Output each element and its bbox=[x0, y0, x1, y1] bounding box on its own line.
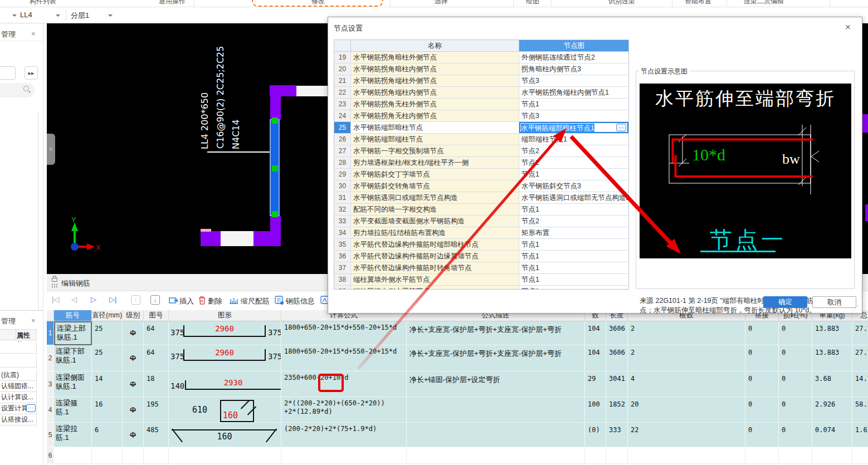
cell-count bbox=[628, 447, 745, 464]
node-value[interactable]: 节点1 bbox=[519, 99, 629, 110]
edit-ellipsis-button[interactable]: ··· bbox=[616, 124, 626, 131]
drag-handle-icon[interactable] bbox=[51, 283, 57, 288]
cell-n1: 29 bbox=[585, 371, 606, 397]
node-value[interactable]: 节点2 bbox=[519, 145, 629, 157]
beam-annotation-line2: C16@90(2) 2C25;2C25 bbox=[215, 46, 226, 149]
last-row-button[interactable]: ▷| bbox=[109, 295, 116, 304]
search-input[interactable] bbox=[0, 83, 35, 97]
rebar-shape-bracket: 3753752960 bbox=[169, 321, 281, 345]
ribbon-group-smart[interactable]: 智能布置 bbox=[685, 0, 711, 6]
node-name: 水平筋代替边缘构件箍筋时转角墙节点 bbox=[351, 262, 519, 274]
node-value[interactable]: 外侧钢筋连续通过节点2 bbox=[519, 52, 629, 63]
close-icon[interactable]: × bbox=[31, 30, 36, 38]
node-value[interactable]: 矩形布置 bbox=[519, 227, 629, 239]
column-header: 图号 bbox=[144, 310, 169, 321]
ellipsis-button[interactable]: ··· bbox=[26, 404, 36, 412]
move-up-button[interactable]: ↑ bbox=[131, 295, 140, 305]
cell-formula: 2350+600-20+10*d bbox=[281, 371, 407, 397]
collapse-sidebar-tab[interactable]: < bbox=[47, 134, 55, 165]
ribbon-group-edit2[interactable]: 连梁二次编辑 bbox=[744, 0, 784, 6]
close-icon[interactable]: × bbox=[31, 316, 36, 325]
rebar-shape-hookL: 1402930 bbox=[169, 371, 281, 397]
cell-lap: 0 bbox=[745, 345, 779, 371]
shape-label: 375 bbox=[268, 328, 281, 337]
ok-button[interactable]: 确定 bbox=[763, 296, 807, 308]
ribbon-group-1[interactable]: 构件列表 bbox=[30, 0, 56, 6]
cell-desc bbox=[407, 423, 585, 447]
node-value[interactable]: 端部端柱节点1 bbox=[519, 134, 629, 145]
ribbon-group-2[interactable]: 通用操作 bbox=[159, 0, 186, 6]
property-row[interactable] bbox=[0, 356, 37, 368]
row-number: 29 bbox=[334, 169, 351, 180]
property-row[interactable]: 认锚固搭... bbox=[0, 381, 37, 392]
scale-rebar-button[interactable]: 缩尺配筋 bbox=[241, 296, 270, 306]
node-name: 剪力墙拉筋/拉结植筋布置构造 bbox=[351, 227, 519, 239]
property-row[interactable]: 认计算设... bbox=[0, 392, 37, 403]
property-row[interactable]: 设置计算··· bbox=[0, 403, 37, 414]
node-value[interactable]: 节点3 bbox=[519, 75, 629, 87]
property-row[interactable]: (抗震) bbox=[0, 370, 37, 381]
node-edit-box[interactable]: 水平钢筋端部暗柱节点1··· bbox=[519, 122, 628, 133]
ribbon-group-identify[interactable]: 识别连梁 bbox=[608, 0, 635, 6]
cell-n1: 104 bbox=[585, 321, 606, 345]
scrollbar[interactable] bbox=[38, 112, 39, 327]
node-value[interactable]: 节点1 bbox=[519, 251, 629, 262]
node-value[interactable]: 水平钢筋斜交节点3 bbox=[519, 180, 629, 192]
move-down-button[interactable]: ↓ bbox=[150, 295, 160, 305]
ribbon-divider bbox=[672, 0, 672, 7]
node-value[interactable]: 水平钢筋拐角端柱内侧节点1 bbox=[519, 87, 629, 99]
property-row[interactable]: 认搭接设... bbox=[0, 414, 37, 425]
cell-lap: 0 bbox=[745, 397, 779, 423]
chevron-down-icon[interactable] bbox=[56, 14, 60, 17]
delete-button[interactable]: 删除 bbox=[208, 296, 222, 306]
expand-button[interactable]: ▶▶ bbox=[25, 66, 38, 80]
node-value[interactable]: 节点1 bbox=[519, 274, 629, 286]
prev-row-button[interactable]: ◁ bbox=[71, 295, 77, 304]
dialog-close-icon[interactable]: × bbox=[845, 22, 851, 33]
dialog-column-header: 名称 bbox=[351, 40, 519, 52]
property-row[interactable] bbox=[0, 342, 37, 354]
ribbon-group-draw[interactable]: 绘图 bbox=[526, 0, 539, 6]
cell-name: 连梁下部纵筋.1 bbox=[54, 345, 92, 371]
bend-length-label: 10*d bbox=[692, 145, 725, 164]
lock-icon[interactable] bbox=[52, 278, 57, 282]
shape-label: 160 bbox=[197, 432, 252, 442]
node-value[interactable]: 节点1 bbox=[519, 239, 629, 251]
svg-text:Y: Y bbox=[71, 216, 76, 224]
cell-desc bbox=[407, 447, 585, 464]
cell-name bbox=[54, 447, 92, 464]
filter-input[interactable] bbox=[0, 66, 16, 80]
ribbon-group-3[interactable]: 选择 bbox=[435, 0, 448, 6]
cell-num: 6 bbox=[47, 447, 54, 464]
node-settings-dialog: 节点设置 × 名称节点图19水平钢筋拐角暗柱外侧节点外侧钢筋连续通过节点220水… bbox=[328, 17, 862, 314]
first-row-button[interactable]: |◁ bbox=[52, 295, 59, 304]
cell-count: 20 bbox=[628, 397, 745, 423]
resize-grip[interactable]: ⋰ bbox=[852, 305, 859, 312]
node-value[interactable]: 水平钢筋遇洞口或端部无节点构造2 bbox=[519, 192, 629, 204]
node-value[interactable]: 节点1 bbox=[519, 262, 629, 274]
node-value[interactable]: 拐角暗柱内侧节点3 bbox=[519, 63, 629, 75]
next-row-button[interactable]: ▷ bbox=[91, 295, 96, 304]
beam-annotation-line1: LL4 200*650 bbox=[199, 92, 210, 149]
rebar-info-button[interactable]: 钢筋信息 bbox=[286, 296, 315, 306]
insert-button[interactable]: 插入 bbox=[179, 296, 194, 306]
cell-n1: 100 bbox=[585, 397, 606, 423]
node-value[interactable]: 节点2 bbox=[519, 157, 629, 169]
node-value[interactable]: 节点3 bbox=[519, 110, 629, 122]
cell-loss: 0 bbox=[779, 345, 812, 371]
element-combo[interactable]: LL4 bbox=[20, 11, 32, 19]
node-value[interactable]: 节点1 bbox=[519, 204, 629, 216]
ribbon-divider bbox=[726, 0, 727, 7]
node-value[interactable]: 节点1 bbox=[519, 286, 629, 290]
chevron-down-icon[interactable] bbox=[108, 14, 113, 17]
row-number: 30 bbox=[334, 180, 351, 192]
chevron-down-icon[interactable] bbox=[12, 14, 17, 17]
node-name: 水平钢筋拐角无柱外侧节点 bbox=[351, 99, 519, 110]
node-value[interactable]: 水平钢筋端部暗柱节点1··· bbox=[519, 122, 629, 134]
cancel-button[interactable]: 取消 bbox=[812, 296, 856, 308]
layer-combo[interactable]: 分层1 bbox=[71, 11, 89, 21]
bw-label: bw bbox=[782, 151, 800, 167]
node-value[interactable]: 节点1 bbox=[519, 169, 629, 180]
node-value[interactable]: 节点2 bbox=[519, 216, 629, 227]
node-name: 水平钢筋一字相交预制墙节点 bbox=[351, 145, 519, 157]
